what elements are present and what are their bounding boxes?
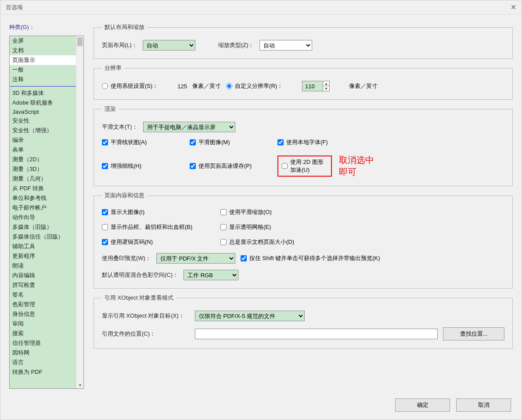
- page-cache-check[interactable]: 使用页面高速缓存(P): [190, 162, 273, 170]
- spin-up-icon: ▴: [323, 81, 329, 86]
- smooth-text-select[interactable]: 用于手提电脑／液晶显示屏: [143, 122, 235, 132]
- content-area: 种类(G)： 全屏文档页面显示一般注释3D 和多媒体Adobe 联机服务Java…: [0, 14, 522, 393]
- shift-preview-check[interactable]: 按住 Shift 键并单击可获得多个选择并带输出预览(K): [241, 254, 380, 262]
- unit-label-2: 像素／英寸: [349, 82, 378, 90]
- group-xobject: 引用 XObject 对象查看模式 显示引用 XObject 对象目标(X)： …: [94, 294, 513, 349]
- spin-down-icon: ▾: [323, 86, 329, 91]
- list-item[interactable]: 审阅: [10, 319, 76, 329]
- dpi-spinner[interactable]: ▴▾: [323, 81, 330, 91]
- smooth-zoom-check[interactable]: 使用平滑缩放(O): [220, 208, 352, 216]
- local-fonts-check[interactable]: 使用本地字体(F): [277, 138, 378, 146]
- preferences-window: 首选项 ✕ 种类(G)： 全屏文档页面显示一般注释3D 和多媒体Adobe 联机…: [0, 0, 522, 420]
- list-item[interactable]: 搜索: [10, 329, 76, 338]
- page-layout-select[interactable]: 自动: [143, 40, 195, 51]
- close-icon[interactable]: ✕: [511, 3, 516, 11]
- list-item[interactable]: 测量（几何）: [10, 174, 76, 184]
- list-item[interactable]: 全屏: [10, 36, 76, 46]
- list-item[interactable]: 色彩管理: [10, 300, 76, 309]
- category-list[interactable]: 全屏文档页面显示一般注释3D 和多媒体Adobe 联机服务JavaScript安…: [10, 36, 76, 388]
- zoom-label: 缩放类型(Z)：: [218, 41, 254, 49]
- list-item[interactable]: 测量（2D）: [10, 155, 76, 164]
- list-item[interactable]: 因特网: [10, 348, 76, 358]
- legend-layout: 默认布局和缩放: [102, 23, 147, 31]
- custom-dpi-input[interactable]: [302, 81, 323, 91]
- group-page-content: 页面内容和信息 显示大图像(I) 使用平滑缩放(O) 显示作品框、裁切框和出血框…: [94, 192, 513, 289]
- transparency-blend-select[interactable]: 工作 RGB: [184, 270, 238, 280]
- list-item[interactable]: 文档: [10, 46, 76, 55]
- smooth-text-label: 平滑文本(T)：: [102, 123, 138, 131]
- list-item[interactable]: 多媒体信任（旧版）: [10, 232, 76, 242]
- use-system-radio[interactable]: 使用系统设置(S)：: [102, 82, 158, 90]
- list-item[interactable]: 多媒体（旧版）: [10, 222, 76, 232]
- list-item[interactable]: 安全性（增强）: [10, 126, 76, 135]
- list-item[interactable]: 从 PDF 转换: [10, 184, 76, 193]
- logical-page-check[interactable]: 使用逻辑页码(N): [102, 238, 216, 246]
- page-layout-label: 页面布局(L)：: [102, 41, 137, 49]
- list-item[interactable]: 测量（3D）: [10, 164, 76, 174]
- list-item[interactable]: 朗读: [10, 261, 76, 271]
- art-crop-check[interactable]: 显示作品框、裁切框和出血框(B): [102, 223, 216, 231]
- legend-xobject: 引用 XObject 对象查看模式: [102, 294, 176, 302]
- zoom-select[interactable]: 自动: [259, 40, 312, 51]
- browse-button[interactable]: 查找位置...: [443, 327, 504, 340]
- list-divider: [10, 86, 76, 87]
- sidebar: 种类(G)： 全屏文档页面显示一般注释3D 和多媒体Adobe 联机服务Java…: [9, 23, 84, 389]
- group-default-layout: 默认布局和缩放 页面布局(L)： 自动 缩放类型(Z)： 自动: [94, 23, 513, 59]
- list-item[interactable]: 动作向导: [10, 213, 76, 222]
- footer: 确定 取消: [0, 393, 522, 420]
- list-item[interactable]: 信任管理器: [10, 338, 76, 348]
- list-item[interactable]: 注释: [10, 75, 76, 84]
- transparency-grid-check[interactable]: 显示透明网格(E): [220, 223, 352, 231]
- list-item[interactable]: 一般: [10, 65, 76, 75]
- list-item[interactable]: 更新程序: [10, 251, 76, 261]
- list-item[interactable]: 语言: [10, 358, 76, 367]
- smooth-line-check[interactable]: 平滑线状图(A): [102, 138, 185, 146]
- always-doc-size-check[interactable]: 总是显示文档页面大小(D): [220, 238, 352, 246]
- list-item[interactable]: 编录: [10, 135, 76, 145]
- sidebar-label: 种类(G)：: [9, 23, 84, 31]
- list-item[interactable]: 签名: [10, 290, 76, 300]
- custom-res-radio[interactable]: 自定义分辨率(R)：: [226, 82, 283, 90]
- group-render: 渲染 平滑文本(T)： 用于手提电脑／液晶显示屏 平滑线状图(A) 平滑图像(M…: [94, 105, 513, 186]
- annotation-text: 取消选中即可: [339, 154, 378, 178]
- list-item[interactable]: 身份信息: [10, 309, 76, 319]
- scrollbar-thumb[interactable]: [77, 37, 83, 46]
- unit-label-1: 像素／英寸: [192, 82, 221, 90]
- list-item[interactable]: 内容编辑: [10, 271, 76, 280]
- list-item[interactable]: 页面显示: [10, 55, 76, 65]
- list-item[interactable]: 表单: [10, 145, 76, 155]
- transparency-blend-label: 默认透明度混合色彩空间(C)：: [102, 271, 178, 279]
- accel-2d-highlight: 使用 2D 图形加速(U): [277, 156, 332, 177]
- group-resolution: 分辨率 使用系统设置(S)： 125 像素／英寸 自定义分辨率(R)： ▴▾ 像…: [94, 64, 513, 100]
- xobject-location-input[interactable]: [195, 329, 438, 339]
- list-item[interactable]: Adobe 联机服务: [10, 98, 76, 108]
- list-item[interactable]: 安全性: [10, 116, 76, 126]
- accel-2d-check[interactable]: 使用 2D 图形加速(U): [282, 158, 328, 174]
- xobject-target-select[interactable]: 仅限符合 PDF/X-5 规范的文件: [195, 311, 305, 321]
- chevron-down-icon[interactable]: ▾: [76, 383, 83, 387]
- titlebar: 首选项 ✕: [0, 0, 522, 14]
- smooth-image-check[interactable]: 平滑图像(M): [190, 138, 273, 146]
- list-item[interactable]: 电子邮件帐户: [10, 203, 76, 213]
- scrollbar[interactable]: ▾: [76, 36, 83, 388]
- main-panel: 默认布局和缩放 页面布局(L)： 自动 缩放类型(Z)： 自动 分辨率 使用系统…: [94, 23, 513, 389]
- category-listbox: 全屏文档页面显示一般注释3D 和多媒体Adobe 联机服务JavaScript安…: [9, 36, 84, 389]
- list-item[interactable]: 3D 和多媒体: [10, 88, 76, 98]
- overprint-select[interactable]: 仅用于 PDF/X 文件: [156, 253, 235, 264]
- enhance-thin-check[interactable]: 增强细线(H): [102, 162, 185, 170]
- window-title: 首选项: [6, 4, 511, 11]
- cancel-button[interactable]: 取消: [456, 398, 511, 412]
- xobject-target-label: 显示引用 XObject 对象目标(X)：: [102, 312, 190, 320]
- list-item[interactable]: 单位和参考线: [10, 193, 76, 203]
- list-item[interactable]: JavaScript: [10, 108, 76, 116]
- list-item[interactable]: 转换为 PDF: [10, 367, 76, 377]
- ok-button[interactable]: 确定: [395, 398, 450, 412]
- legend-resolution: 分辨率: [102, 64, 124, 72]
- list-item[interactable]: 辅助工具: [10, 242, 76, 251]
- xobject-location-label: 引用文件的位置(C)：: [102, 330, 190, 338]
- legend-page-content: 页面内容和信息: [102, 192, 147, 199]
- list-item[interactable]: 拼写检查: [10, 280, 76, 290]
- large-images-check[interactable]: 显示大图像(I): [102, 208, 216, 216]
- overprint-label: 使用叠印预览(W)：: [102, 254, 151, 262]
- legend-render: 渲染: [102, 105, 119, 113]
